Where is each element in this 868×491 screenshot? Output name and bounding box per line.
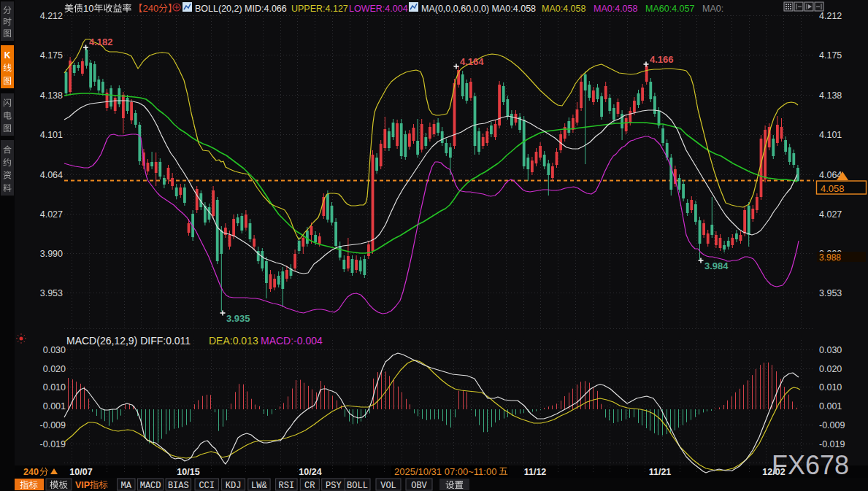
svg-text:-0.009: -0.009 [40, 420, 66, 430]
svg-text:4.064: 4.064 [40, 170, 63, 180]
svg-text:4.212: 4.212 [40, 11, 63, 21]
svg-text:240: 240 [143, 3, 159, 14]
svg-text:3.990: 3.990 [40, 249, 63, 259]
svg-text:0.020: 0.020 [819, 364, 842, 374]
svg-text:MA0:: MA0: [702, 4, 723, 14]
svg-text:10/07: 10/07 [69, 467, 92, 477]
svg-text:4.058: 4.058 [821, 183, 845, 194]
svg-text:MACD: MACD [140, 481, 161, 491]
svg-text:4.138: 4.138 [819, 90, 842, 101]
svg-text:0.001: 0.001 [819, 401, 842, 411]
svg-text:0.030: 0.030 [819, 345, 842, 355]
svg-text:-0.009: -0.009 [819, 420, 845, 430]
svg-text:MA0:4.058: MA0:4.058 [594, 4, 638, 14]
svg-text:DEA:0.013: DEA:0.013 [209, 335, 258, 347]
svg-text:4.166: 4.166 [650, 54, 674, 65]
svg-text:FX678: FX678 [772, 450, 849, 480]
svg-text:4.175: 4.175 [819, 50, 842, 61]
svg-text:BOLL: BOLL [347, 481, 368, 491]
svg-text:KDJ: KDJ [226, 481, 242, 491]
svg-text:OBV: OBV [411, 481, 427, 491]
svg-text:3.953: 3.953 [819, 288, 842, 298]
svg-text:11/12: 11/12 [524, 467, 547, 477]
svg-text:CR: CR [304, 481, 315, 491]
svg-text:4.027: 4.027 [819, 209, 842, 220]
svg-text:MACD(26,12,9) DIFF:0.011: MACD(26,12,9) DIFF:0.011 [66, 335, 191, 347]
svg-text:0.030: 0.030 [43, 345, 66, 355]
svg-text:MA0:4.058: MA0:4.058 [542, 4, 586, 14]
svg-text:BIAS: BIAS [168, 481, 189, 491]
svg-text:UPPER:4.127: UPPER:4.127 [291, 4, 348, 14]
svg-text:LW&: LW& [251, 481, 267, 491]
svg-text:VOL: VOL [380, 481, 396, 491]
svg-text:0.001: 0.001 [43, 401, 66, 411]
svg-text:-0.019: -0.019 [819, 439, 845, 449]
svg-text:3.953: 3.953 [40, 288, 63, 298]
svg-text:4.101: 4.101 [40, 130, 63, 140]
svg-text:K: K [4, 50, 11, 61]
svg-text:4.175: 4.175 [40, 50, 63, 61]
svg-text:3.984: 3.984 [704, 260, 729, 271]
svg-text:LOWER:4.004: LOWER:4.004 [349, 4, 408, 14]
svg-text:11/21: 11/21 [649, 467, 672, 477]
svg-text:PSY: PSY [326, 481, 342, 491]
svg-text:3.988: 3.988 [819, 252, 841, 263]
svg-text:4.212: 4.212 [819, 11, 842, 21]
svg-text:4.101: 4.101 [819, 130, 842, 140]
svg-text:10/24: 10/24 [299, 467, 321, 477]
svg-text:RSI: RSI [279, 481, 295, 491]
svg-text:4.164: 4.164 [460, 56, 484, 67]
svg-text:MACD:-0.004: MACD:-0.004 [261, 335, 323, 347]
svg-text:-0.019: -0.019 [40, 439, 66, 449]
svg-text:VIP: VIP [75, 480, 90, 490]
svg-text:0.020: 0.020 [43, 364, 66, 374]
svg-text:BOLL(20,2) MID:4.066: BOLL(20,2) MID:4.066 [195, 4, 287, 14]
svg-text:4.138: 4.138 [40, 90, 63, 101]
svg-text:0.010: 0.010 [819, 382, 842, 393]
svg-text:10: 10 [83, 3, 93, 14]
svg-text:0.010: 0.010 [43, 382, 66, 393]
svg-text:2025/10/31 07:00~11:00: 2025/10/31 07:00~11:00 [394, 466, 496, 477]
svg-text:4.027: 4.027 [40, 209, 63, 220]
svg-text:240: 240 [23, 467, 39, 477]
svg-text:MA(0,0,0,60,0,0) MA0:4.058: MA(0,0,0,60,0,0) MA0:4.058 [421, 4, 536, 14]
svg-text:MA60:4.057: MA60:4.057 [645, 4, 694, 14]
svg-text:3.935: 3.935 [226, 313, 250, 324]
svg-text:10/15: 10/15 [177, 467, 199, 477]
svg-text:CCI: CCI [199, 481, 215, 491]
svg-text:MA: MA [121, 481, 132, 491]
svg-text:4.182: 4.182 [89, 36, 113, 47]
